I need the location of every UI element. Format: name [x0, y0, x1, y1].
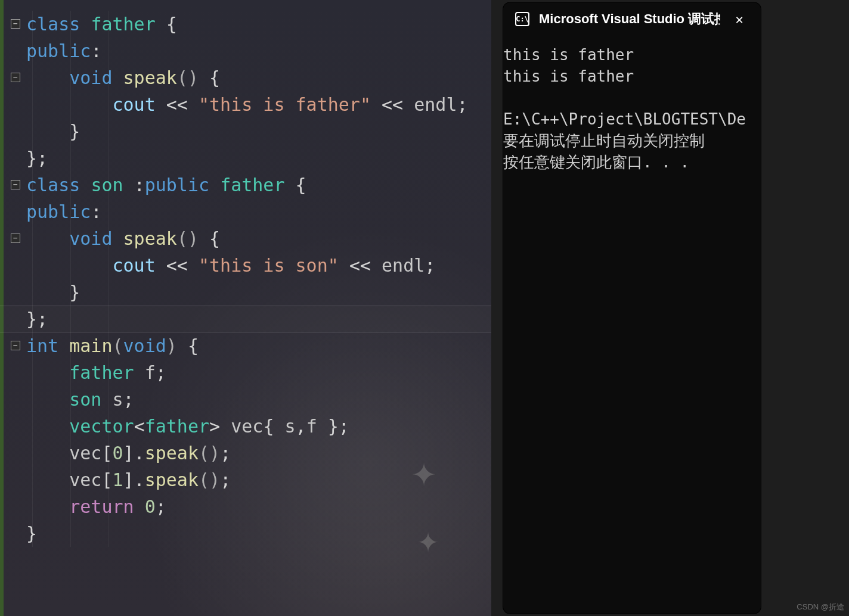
code-editor[interactable]: ✦ ✦ −−−−− class father { public: void sp…: [0, 0, 491, 616]
debug-console-window: C:\ Microsoft Visual Studio 调试控 ✕ this i…: [503, 2, 761, 614]
indent-guide: [70, 11, 71, 547]
indent-guide: [109, 11, 109, 547]
watermark: CSDN @折途: [797, 602, 844, 612]
console-icon-text: C:\: [516, 15, 529, 23]
console-output[interactable]: this is father this is father E:\C++\Pro…: [503, 36, 761, 173]
console-title: Microsoft Visual Studio 调试控: [539, 10, 720, 28]
close-icon: ✕: [735, 12, 743, 27]
close-button[interactable]: ✕: [730, 12, 749, 27]
code-text[interactable]: class father { public: void speak() { co…: [0, 0, 491, 616]
console-titlebar[interactable]: C:\ Microsoft Visual Studio 调试控 ✕: [503, 2, 761, 36]
console-icon: C:\: [515, 12, 529, 26]
indent-guide: [32, 11, 33, 547]
